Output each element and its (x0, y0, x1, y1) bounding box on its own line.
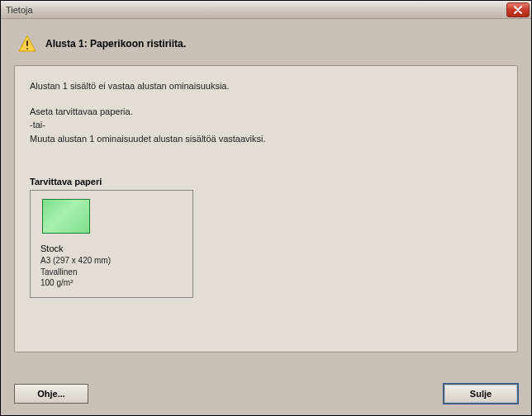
dialog-content: Alusta 1: Paperikoon ristiriita. Alustan… (1, 19, 531, 415)
paper-card: Stock A3 (297 x 420 mm) Tavallinen 100 g… (30, 190, 193, 298)
svg-rect-1 (26, 48, 28, 50)
paper-size: A3 (297 x 420 mm) (40, 255, 183, 267)
alert-header: Alusta 1: Paperikoon ristiriita. (14, 29, 518, 65)
paper-weight: 100 g/m² (40, 277, 183, 289)
message-line: Aseta tarvittavaa paperia. (30, 105, 502, 119)
window-title: Tietoja (6, 5, 33, 15)
close-window-button[interactable] (506, 2, 530, 17)
svg-rect-0 (26, 40, 28, 46)
titlebar: Tietoja (1, 1, 531, 19)
close-button[interactable]: Sulje (444, 384, 518, 404)
help-button[interactable]: Ohje... (14, 384, 88, 404)
paper-name: Stock (40, 243, 183, 253)
warning-icon (17, 34, 37, 54)
message-line: Alustan 1 sisältö ei vastaa alustan omin… (30, 79, 502, 93)
button-row: Ohje... Sulje (14, 384, 518, 404)
close-icon (513, 6, 523, 14)
required-paper-label: Tarvittava paperi (30, 177, 502, 187)
message-line: -tai- (30, 118, 502, 132)
message-panel: Alustan 1 sisältö ei vastaa alustan omin… (14, 65, 518, 352)
dialog-window: Tietoja Alusta 1: Paperikoon ristiriita.… (0, 0, 532, 416)
paper-type: Tavallinen (40, 267, 183, 278)
alert-title: Alusta 1: Paperikoon ristiriita. (45, 38, 186, 50)
message-line: Muuta alustan 1 ominaisuudet alustan sis… (30, 132, 502, 146)
paper-swatch-icon (42, 199, 90, 234)
